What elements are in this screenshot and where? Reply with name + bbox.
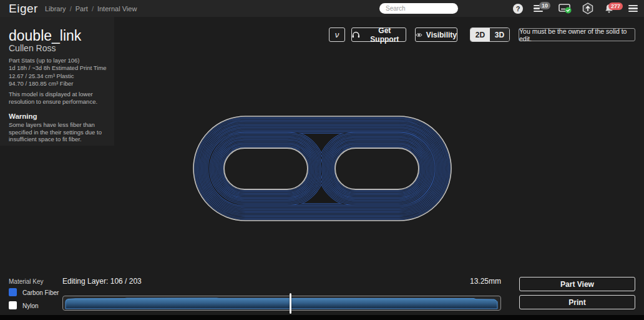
eiger-app: Eiger Library / Part / Internal View ? 1… — [0, 0, 644, 320]
bottom-strip — [0, 315, 644, 320]
layer-slider-track[interactable] — [62, 296, 501, 311]
nylon-label: Nylon — [22, 302, 39, 309]
print-button[interactable]: Print — [519, 295, 635, 309]
layer-profile-preview — [63, 296, 500, 309]
part-outline — [224, 148, 308, 189]
part-outline — [335, 148, 419, 189]
material-key-label: Material Key — [9, 278, 44, 285]
part-2d-viewport[interactable] — [0, 0, 644, 320]
layer-slider-handle[interactable] — [290, 293, 291, 314]
editing-layer-label: Editing Layer: 106 / 203 — [62, 277, 142, 286]
carbon-fiber-label: Carbon Fiber — [22, 289, 59, 296]
nylon-swatch — [9, 301, 17, 309]
layer-height-value: 13.25mm — [451, 277, 501, 286]
carbon-fiber-swatch — [9, 288, 17, 296]
part-view-button[interactable]: Part View — [519, 277, 635, 291]
